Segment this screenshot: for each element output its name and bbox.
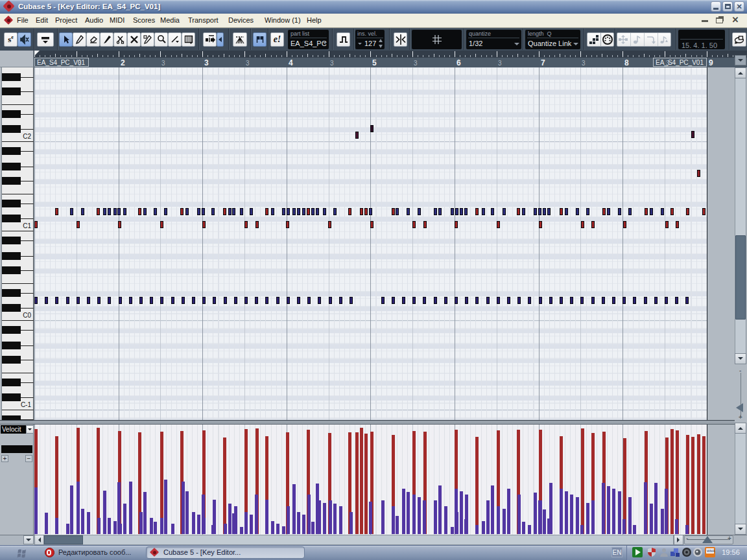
svg-text:WMA: WMA	[707, 549, 715, 553]
